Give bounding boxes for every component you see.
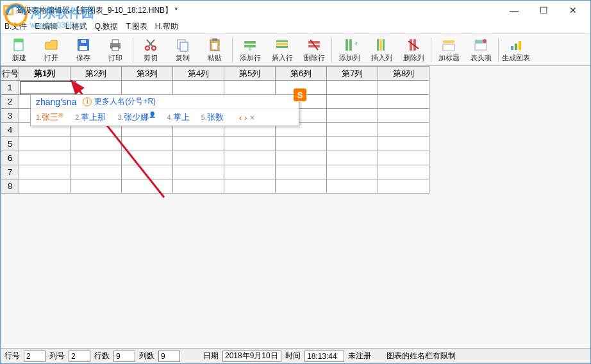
cell[interactable]	[327, 95, 378, 109]
toolbar-addcol-button[interactable]: +添加列	[333, 35, 365, 65]
cell-editor[interactable]	[20, 81, 76, 94]
toolbar-addrow-button[interactable]: +添加行	[234, 35, 266, 65]
cell[interactable]	[173, 81, 224, 95]
col-header[interactable]: 第8列	[378, 67, 429, 81]
toolbar-cut-button[interactable]: 剪切	[135, 35, 167, 65]
col-header[interactable]: 第5列	[224, 67, 276, 81]
menu-file[interactable]: B.文件	[4, 21, 27, 32]
col-header[interactable]: 第3列	[122, 67, 173, 81]
cell[interactable]	[276, 165, 327, 179]
cell[interactable]	[71, 179, 122, 194]
ime-candidate[interactable]: 5.张数	[201, 112, 224, 123]
ime-candidate-bar[interactable]: S zhang'sna i 更多人名(分号+R) 1.张三◎2.掌上那3.张少娜…	[30, 94, 299, 126]
menu-edit[interactable]: E.编辑	[35, 21, 57, 32]
cell[interactable]	[19, 179, 71, 194]
toolbar-insrow-button[interactable]: 插入行	[266, 35, 298, 65]
cell[interactable]	[71, 151, 122, 165]
ime-candidate[interactable]: 2.掌上那	[75, 112, 106, 123]
cell[interactable]	[224, 137, 276, 151]
cell[interactable]	[378, 179, 429, 194]
col-header[interactable]: 第4列	[173, 67, 224, 81]
cell[interactable]	[19, 151, 71, 165]
row-header[interactable]: 6	[1, 151, 19, 165]
ime-close-icon[interactable]: ×	[250, 113, 255, 122]
menu-chart[interactable]: T.图表	[126, 21, 147, 32]
toolbar-headopt-button[interactable]: 表头项	[465, 35, 497, 65]
cell[interactable]	[327, 123, 378, 137]
toolbar-save-button[interactable]: 保存	[67, 35, 99, 65]
menu-data[interactable]: Q.数据	[95, 21, 119, 32]
cell[interactable]	[71, 165, 122, 179]
cell[interactable]	[378, 81, 429, 95]
close-button[interactable]: ✕	[558, 1, 588, 20]
menu-help[interactable]: H.帮助	[155, 21, 178, 32]
cell[interactable]	[122, 81, 173, 95]
cell[interactable]	[378, 151, 429, 165]
cell[interactable]	[276, 151, 327, 165]
ime-candidate[interactable]: 4.掌上	[167, 112, 190, 123]
col-header[interactable]: 第2列	[71, 67, 122, 81]
ime-next-icon[interactable]: ›	[244, 113, 247, 122]
cell[interactable]	[173, 179, 224, 194]
ime-candidate[interactable]: 3.张少娜👤	[117, 112, 155, 123]
cell[interactable]	[122, 165, 173, 179]
cell[interactable]	[224, 81, 276, 95]
toolbar-delcol-button[interactable]: 删除列	[397, 35, 429, 65]
cell[interactable]	[276, 137, 327, 151]
cell[interactable]	[327, 179, 378, 194]
ime-prev-icon[interactable]: ‹	[239, 113, 242, 122]
toolbar-print-button[interactable]: 打印	[99, 35, 131, 65]
cell[interactable]	[19, 165, 71, 179]
cell[interactable]	[327, 165, 378, 179]
cell[interactable]	[378, 123, 429, 137]
toolbar-open-button[interactable]: 打开	[35, 35, 67, 65]
cell[interactable]	[122, 151, 173, 165]
row-header[interactable]: 2	[1, 95, 19, 109]
menu-format[interactable]: L.格式	[65, 21, 87, 32]
cell[interactable]	[71, 137, 122, 151]
ime-candidate[interactable]: 1.张三◎	[36, 112, 63, 123]
cell[interactable]	[173, 151, 224, 165]
maximize-button[interactable]: ☐	[529, 1, 558, 20]
cell[interactable]	[224, 151, 276, 165]
svg-rect-41	[443, 44, 454, 51]
cell[interactable]	[327, 109, 378, 123]
cell[interactable]	[327, 137, 378, 151]
minimize-button[interactable]: ―	[499, 1, 529, 20]
cell[interactable]	[122, 179, 173, 194]
cell[interactable]	[173, 137, 224, 151]
cell[interactable]	[378, 165, 429, 179]
row-header[interactable]: 7	[1, 165, 19, 179]
titlebar: 高级表格编辑器-【新图表_9-10_18:12.HNB】 * ― ☐ ✕	[1, 1, 590, 20]
cell[interactable]	[327, 151, 378, 165]
grid-area[interactable]: 行号第1列第2列第3列第4列第5列第6列第7列第8列12345678 S zha…	[1, 66, 590, 348]
toolbar-delrow-button[interactable]: 删除行	[298, 35, 330, 65]
toolbar-new-button[interactable]: 新建	[3, 35, 35, 65]
row-header[interactable]: 8	[1, 179, 19, 194]
toolbar-genchart-button[interactable]: 生成图表	[500, 35, 532, 65]
cell[interactable]	[224, 179, 276, 194]
cell[interactable]	[378, 109, 429, 123]
col-header[interactable]: 第1列	[19, 67, 71, 81]
row-header[interactable]: 1	[1, 81, 19, 95]
grid-corner[interactable]: 行号	[1, 67, 19, 81]
cell[interactable]	[71, 81, 122, 95]
row-header[interactable]: 3	[1, 109, 19, 123]
cell[interactable]	[276, 179, 327, 194]
row-header[interactable]: 5	[1, 137, 19, 151]
cell[interactable]	[173, 165, 224, 179]
cell[interactable]	[224, 165, 276, 179]
row-header[interactable]: 4	[1, 123, 19, 137]
toolbar-copy-button[interactable]: 复制	[167, 35, 199, 65]
cell[interactable]	[378, 137, 429, 151]
col-header[interactable]: 第7列	[327, 67, 378, 81]
cell[interactable]	[327, 81, 378, 95]
cell[interactable]	[122, 137, 173, 151]
cell[interactable]	[378, 95, 429, 109]
toolbar-addtitle-button[interactable]: 加标题	[433, 35, 465, 65]
toolbar-paste-button[interactable]: 粘贴	[199, 35, 231, 65]
ime-more-hint[interactable]: i 更多人名(分号+R)	[83, 96, 156, 107]
col-header[interactable]: 第6列	[276, 67, 327, 81]
cell[interactable]	[19, 137, 71, 151]
toolbar-inscol-button[interactable]: 插入列	[365, 35, 397, 65]
